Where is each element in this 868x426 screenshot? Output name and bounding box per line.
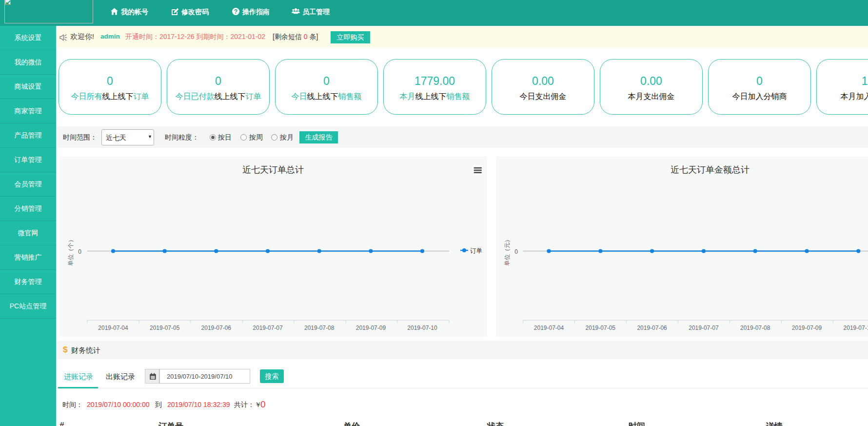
svg-text:2019-07-05: 2019-07-05: [150, 325, 180, 331]
svg-text:2019-07-04: 2019-07-04: [98, 325, 128, 331]
svg-text:近七天订单金额总计: 近七天订单金额总计: [671, 165, 750, 175]
svg-text:2019-07-07: 2019-07-07: [689, 325, 719, 331]
svg-text:2019-07-08: 2019-07-08: [304, 325, 335, 331]
svg-text:2019-07-06: 2019-07-06: [637, 325, 667, 331]
svg-text:0: 0: [514, 248, 518, 255]
svg-text:近七天订单总计: 近七天订单总计: [242, 165, 304, 175]
svg-text:2019-07-05: 2019-07-05: [586, 325, 616, 331]
svg-text:2019-07-06: 2019-07-06: [201, 325, 232, 331]
svg-text:2019-07-10: 2019-07-10: [844, 325, 868, 331]
svg-text:0: 0: [78, 248, 81, 255]
svg-text:2019-07-09: 2019-07-09: [792, 325, 822, 331]
svg-text:单位（元）: 单位（元）: [504, 237, 511, 266]
svg-text:订单: 订单: [470, 247, 482, 254]
svg-text:2019-07-09: 2019-07-09: [356, 325, 386, 331]
svg-text:2019-07-10: 2019-07-10: [407, 325, 437, 331]
svg-text:2019-07-07: 2019-07-07: [253, 325, 283, 331]
svg-text:2019-07-08: 2019-07-08: [740, 325, 770, 331]
svg-text:2019-07-04: 2019-07-04: [534, 325, 564, 331]
svg-text:单位（个）: 单位（个）: [67, 237, 74, 266]
svg-text:?: ?: [234, 8, 237, 15]
